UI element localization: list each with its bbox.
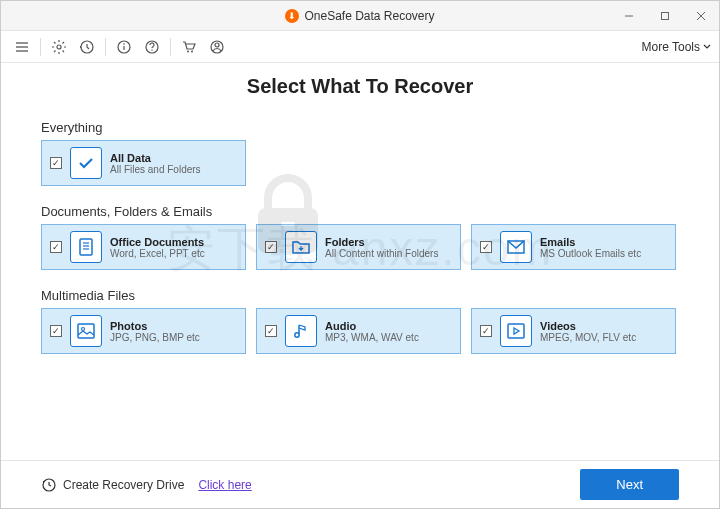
card-office-documents[interactable]: ✓ Office Documents Word, Excel, PPT etc bbox=[41, 224, 246, 270]
toolbar-divider bbox=[170, 38, 171, 56]
svg-rect-23 bbox=[78, 324, 94, 338]
chevron-down-icon bbox=[703, 43, 711, 51]
checkbox[interactable]: ✓ bbox=[50, 325, 62, 337]
checkbox[interactable]: ✓ bbox=[265, 241, 277, 253]
section-everything: Everything ✓ All Data All Files and Fold… bbox=[41, 120, 679, 186]
card-title: Audio bbox=[325, 320, 419, 332]
recovery-drive-label: Create Recovery Drive bbox=[63, 478, 184, 492]
card-title: Photos bbox=[110, 320, 200, 332]
checkmark-icon bbox=[70, 147, 102, 179]
window-controls bbox=[611, 1, 719, 31]
card-subtitle: All Files and Folders bbox=[110, 164, 201, 175]
envelope-icon bbox=[500, 231, 532, 263]
svg-point-24 bbox=[82, 328, 85, 331]
card-title: Videos bbox=[540, 320, 636, 332]
more-tools-button[interactable]: More Tools bbox=[642, 40, 711, 54]
menu-icon[interactable] bbox=[9, 34, 35, 60]
card-subtitle: All Content within Folders bbox=[325, 248, 438, 259]
checkbox[interactable]: ✓ bbox=[50, 157, 62, 169]
section-documents: Documents, Folders & Emails ✓ Office Doc… bbox=[41, 204, 679, 270]
section-label: Multimedia Files bbox=[41, 288, 679, 303]
card-subtitle: MP3, WMA, WAV etc bbox=[325, 332, 419, 343]
minimize-button[interactable] bbox=[611, 1, 647, 31]
svg-point-7 bbox=[57, 45, 61, 49]
svg-rect-1 bbox=[662, 13, 669, 20]
card-folders[interactable]: ✓ Folders All Content within Folders bbox=[256, 224, 461, 270]
checkbox[interactable]: ✓ bbox=[50, 241, 62, 253]
card-audio[interactable]: ✓ Audio MP3, WMA, WAV etc bbox=[256, 308, 461, 354]
checkbox[interactable]: ✓ bbox=[480, 325, 492, 337]
main-content: Select What To Recover Everything ✓ All … bbox=[1, 63, 719, 354]
section-label: Everything bbox=[41, 120, 679, 135]
more-tools-label: More Tools bbox=[642, 40, 700, 54]
svg-point-15 bbox=[191, 50, 193, 52]
info-icon[interactable] bbox=[111, 34, 137, 60]
cart-icon[interactable] bbox=[176, 34, 202, 60]
help-icon[interactable] bbox=[139, 34, 165, 60]
settings-icon[interactable] bbox=[46, 34, 72, 60]
toolbar-left bbox=[9, 34, 230, 60]
svg-point-17 bbox=[215, 43, 219, 47]
play-icon bbox=[500, 315, 532, 347]
music-note-icon bbox=[285, 315, 317, 347]
svg-point-13 bbox=[151, 49, 152, 50]
checkbox[interactable]: ✓ bbox=[265, 325, 277, 337]
section-multimedia: Multimedia Files ✓ Photos JPG, PNG, BMP … bbox=[41, 288, 679, 354]
checkbox[interactable]: ✓ bbox=[480, 241, 492, 253]
app-name-label: OneSafe Data Recovery bbox=[304, 9, 434, 23]
card-photos[interactable]: ✓ Photos JPG, PNG, BMP etc bbox=[41, 308, 246, 354]
svg-rect-18 bbox=[80, 239, 92, 255]
card-subtitle: Word, Excel, PPT etc bbox=[110, 248, 205, 259]
card-subtitle: MPEG, MOV, FLV etc bbox=[540, 332, 636, 343]
card-title: Folders bbox=[325, 236, 438, 248]
svg-point-25 bbox=[295, 333, 299, 337]
page-title: Select What To Recover bbox=[41, 75, 679, 98]
card-all-data[interactable]: ✓ All Data All Files and Folders bbox=[41, 140, 246, 186]
recovery-drive-icon bbox=[41, 477, 57, 493]
section-label: Documents, Folders & Emails bbox=[41, 204, 679, 219]
titlebar-title: ⬇ OneSafe Data Recovery bbox=[285, 9, 434, 23]
card-title: Office Documents bbox=[110, 236, 205, 248]
document-icon bbox=[70, 231, 102, 263]
titlebar: ⬇ OneSafe Data Recovery bbox=[1, 1, 719, 31]
click-here-link[interactable]: Click here bbox=[198, 478, 251, 492]
toolbar: More Tools bbox=[1, 31, 719, 63]
user-icon[interactable] bbox=[204, 34, 230, 60]
svg-point-10 bbox=[123, 43, 125, 45]
image-icon bbox=[70, 315, 102, 347]
card-title: All Data bbox=[110, 152, 201, 164]
maximize-button[interactable] bbox=[647, 1, 683, 31]
card-subtitle: JPG, PNG, BMP etc bbox=[110, 332, 200, 343]
app-logo-icon: ⬇ bbox=[285, 9, 299, 23]
close-button[interactable] bbox=[683, 1, 719, 31]
card-videos[interactable]: ✓ Videos MPEG, MOV, FLV etc bbox=[471, 308, 676, 354]
history-icon[interactable] bbox=[74, 34, 100, 60]
toolbar-divider bbox=[40, 38, 41, 56]
footer: Create Recovery Drive Click here Next bbox=[1, 460, 719, 508]
folder-icon bbox=[285, 231, 317, 263]
svg-point-14 bbox=[187, 50, 189, 52]
toolbar-divider bbox=[105, 38, 106, 56]
card-emails[interactable]: ✓ Emails MS Outlook Emails etc bbox=[471, 224, 676, 270]
svg-rect-26 bbox=[508, 324, 524, 338]
next-button[interactable]: Next bbox=[580, 469, 679, 500]
footer-left: Create Recovery Drive Click here bbox=[41, 477, 252, 493]
card-subtitle: MS Outlook Emails etc bbox=[540, 248, 641, 259]
card-title: Emails bbox=[540, 236, 641, 248]
